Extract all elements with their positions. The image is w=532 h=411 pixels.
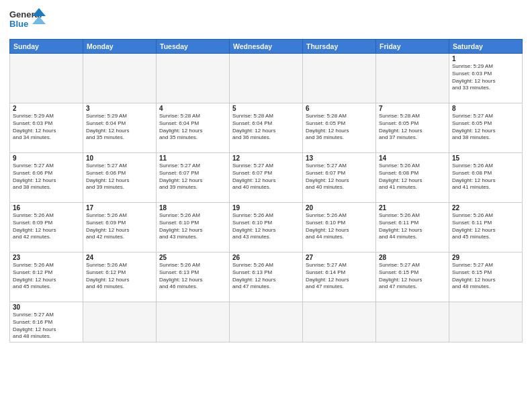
day-info: Sunrise: 5:26 AM Sunset: 6:12 PM Dayligh… <box>86 262 153 291</box>
day-info: Sunrise: 5:27 AM Sunset: 6:07 PM Dayligh… <box>232 163 300 191</box>
calendar-cell <box>83 302 157 342</box>
calendar-cell <box>230 54 303 103</box>
day-number: 27 <box>306 254 373 261</box>
calendar-cell: 18Sunrise: 5:26 AM Sunset: 6:10 PM Dayli… <box>157 203 230 253</box>
day-info: Sunrise: 5:26 AM Sunset: 6:11 PM Dayligh… <box>452 212 519 241</box>
calendar-cell: 11Sunrise: 5:27 AM Sunset: 6:07 PM Dayli… <box>157 153 230 203</box>
calendar-cell: 5Sunrise: 5:28 AM Sunset: 6:04 PM Daylig… <box>230 103 303 153</box>
day-number: 8 <box>452 105 519 112</box>
day-info: Sunrise: 5:27 AM Sunset: 6:16 PM Dayligh… <box>13 312 80 340</box>
day-number: 6 <box>306 105 373 112</box>
day-number: 24 <box>86 254 153 261</box>
day-number: 28 <box>379 254 446 261</box>
day-info: Sunrise: 5:26 AM Sunset: 6:08 PM Dayligh… <box>452 163 519 191</box>
calendar-cell <box>376 54 449 103</box>
day-number: 17 <box>86 204 153 212</box>
page: General Blue SundayMondayTuesdayWednesda… <box>0 0 532 411</box>
day-number: 10 <box>86 154 153 162</box>
day-number: 26 <box>232 254 300 261</box>
day-number: 2 <box>13 105 80 112</box>
calendar-cell: 14Sunrise: 5:26 AM Sunset: 6:08 PM Dayli… <box>376 153 449 203</box>
day-info: Sunrise: 5:27 AM Sunset: 6:15 PM Dayligh… <box>379 262 446 291</box>
day-number: 15 <box>452 154 519 162</box>
calendar-cell: 12Sunrise: 5:27 AM Sunset: 6:07 PM Dayli… <box>230 153 303 203</box>
day-number: 25 <box>159 254 226 261</box>
day-info: Sunrise: 5:29 AM Sunset: 6:03 PM Dayligh… <box>452 63 519 92</box>
calendar-cell <box>449 302 523 342</box>
calendar-cell: 17Sunrise: 5:26 AM Sunset: 6:09 PM Dayli… <box>83 203 157 253</box>
header-thursday: Thursday <box>303 40 376 54</box>
day-number: 1 <box>452 55 519 62</box>
day-number: 18 <box>159 204 226 212</box>
day-number: 5 <box>232 105 300 112</box>
day-info: Sunrise: 5:29 AM Sunset: 6:04 PM Dayligh… <box>86 113 153 142</box>
day-info: Sunrise: 5:26 AM Sunset: 6:13 PM Dayligh… <box>232 262 300 291</box>
day-number: 13 <box>306 154 373 162</box>
calendar-cell <box>10 54 83 103</box>
day-number: 3 <box>86 105 153 112</box>
day-info: Sunrise: 5:26 AM Sunset: 6:09 PM Dayligh… <box>86 212 153 241</box>
day-info: Sunrise: 5:26 AM Sunset: 6:13 PM Dayligh… <box>159 262 226 291</box>
day-number: 22 <box>452 204 519 212</box>
calendar-cell <box>157 302 230 342</box>
logo: General Blue <box>9 7 46 35</box>
day-info: Sunrise: 5:27 AM Sunset: 6:05 PM Dayligh… <box>452 113 519 142</box>
header-saturday: Saturday <box>449 40 523 54</box>
header-monday: Monday <box>83 40 157 54</box>
day-info: Sunrise: 5:26 AM Sunset: 6:10 PM Dayligh… <box>159 212 226 241</box>
calendar: SundayMondayTuesdayWednesdayThursdayFrid… <box>9 39 523 342</box>
calendar-cell: 1Sunrise: 5:29 AM Sunset: 6:03 PM Daylig… <box>449 54 523 103</box>
calendar-cell: 16Sunrise: 5:26 AM Sunset: 6:09 PM Dayli… <box>10 203 83 253</box>
calendar-cell: 13Sunrise: 5:27 AM Sunset: 6:07 PM Dayli… <box>303 153 376 203</box>
day-info: Sunrise: 5:27 AM Sunset: 6:06 PM Dayligh… <box>13 163 80 191</box>
day-info: Sunrise: 5:27 AM Sunset: 6:07 PM Dayligh… <box>306 163 373 191</box>
header-tuesday: Tuesday <box>157 40 230 54</box>
calendar-cell: 15Sunrise: 5:26 AM Sunset: 6:08 PM Dayli… <box>449 153 523 203</box>
day-info: Sunrise: 5:28 AM Sunset: 6:04 PM Dayligh… <box>159 113 226 142</box>
calendar-cell <box>157 54 230 103</box>
calendar-cell: 7Sunrise: 5:28 AM Sunset: 6:05 PM Daylig… <box>376 103 449 153</box>
day-number: 29 <box>452 254 519 261</box>
day-info: Sunrise: 5:26 AM Sunset: 6:08 PM Dayligh… <box>379 163 446 191</box>
day-info: Sunrise: 5:26 AM Sunset: 6:10 PM Dayligh… <box>232 212 300 241</box>
day-info: Sunrise: 5:27 AM Sunset: 6:07 PM Dayligh… <box>159 163 226 191</box>
calendar-cell: 10Sunrise: 5:27 AM Sunset: 6:06 PM Dayli… <box>83 153 157 203</box>
calendar-cell: 19Sunrise: 5:26 AM Sunset: 6:10 PM Dayli… <box>230 203 303 253</box>
calendar-cell: 24Sunrise: 5:26 AM Sunset: 6:12 PM Dayli… <box>83 253 157 302</box>
day-number: 12 <box>232 154 300 162</box>
calendar-week-0: 1Sunrise: 5:29 AM Sunset: 6:03 PM Daylig… <box>10 54 523 103</box>
calendar-week-4: 23Sunrise: 5:26 AM Sunset: 6:12 PM Dayli… <box>10 253 523 302</box>
day-number: 11 <box>159 154 226 162</box>
calendar-cell <box>230 302 303 342</box>
calendar-cell: 4Sunrise: 5:28 AM Sunset: 6:04 PM Daylig… <box>157 103 230 153</box>
day-number: 30 <box>13 304 80 311</box>
calendar-cell: 25Sunrise: 5:26 AM Sunset: 6:13 PM Dayli… <box>157 253 230 302</box>
day-info: Sunrise: 5:27 AM Sunset: 6:15 PM Dayligh… <box>452 262 519 291</box>
calendar-week-5: 30Sunrise: 5:27 AM Sunset: 6:16 PM Dayli… <box>10 302 523 342</box>
calendar-cell: 29Sunrise: 5:27 AM Sunset: 6:15 PM Dayli… <box>449 253 523 302</box>
day-info: Sunrise: 5:28 AM Sunset: 6:05 PM Dayligh… <box>306 113 373 142</box>
day-number: 9 <box>13 154 80 162</box>
day-number: 7 <box>379 105 446 112</box>
calendar-cell: 22Sunrise: 5:26 AM Sunset: 6:11 PM Dayli… <box>449 203 523 253</box>
header: General Blue <box>9 7 523 35</box>
header-sunday: Sunday <box>10 40 83 54</box>
calendar-header-row: SundayMondayTuesdayWednesdayThursdayFrid… <box>10 40 523 54</box>
day-info: Sunrise: 5:29 AM Sunset: 6:03 PM Dayligh… <box>13 113 80 142</box>
day-info: Sunrise: 5:26 AM Sunset: 6:12 PM Dayligh… <box>13 262 80 291</box>
calendar-cell <box>303 54 376 103</box>
day-number: 21 <box>379 204 446 212</box>
day-info: Sunrise: 5:27 AM Sunset: 6:14 PM Dayligh… <box>306 262 373 291</box>
day-number: 4 <box>159 105 226 112</box>
day-number: 23 <box>13 254 80 261</box>
header-wednesday: Wednesday <box>230 40 303 54</box>
calendar-cell <box>376 302 449 342</box>
day-number: 16 <box>13 204 80 212</box>
day-number: 19 <box>232 204 300 212</box>
calendar-cell: 6Sunrise: 5:28 AM Sunset: 6:05 PM Daylig… <box>303 103 376 153</box>
calendar-cell: 26Sunrise: 5:26 AM Sunset: 6:13 PM Dayli… <box>230 253 303 302</box>
calendar-cell: 23Sunrise: 5:26 AM Sunset: 6:12 PM Dayli… <box>10 253 83 302</box>
calendar-cell: 20Sunrise: 5:26 AM Sunset: 6:10 PM Dayli… <box>303 203 376 253</box>
day-info: Sunrise: 5:26 AM Sunset: 6:09 PM Dayligh… <box>13 212 80 241</box>
day-number: 20 <box>306 204 373 212</box>
